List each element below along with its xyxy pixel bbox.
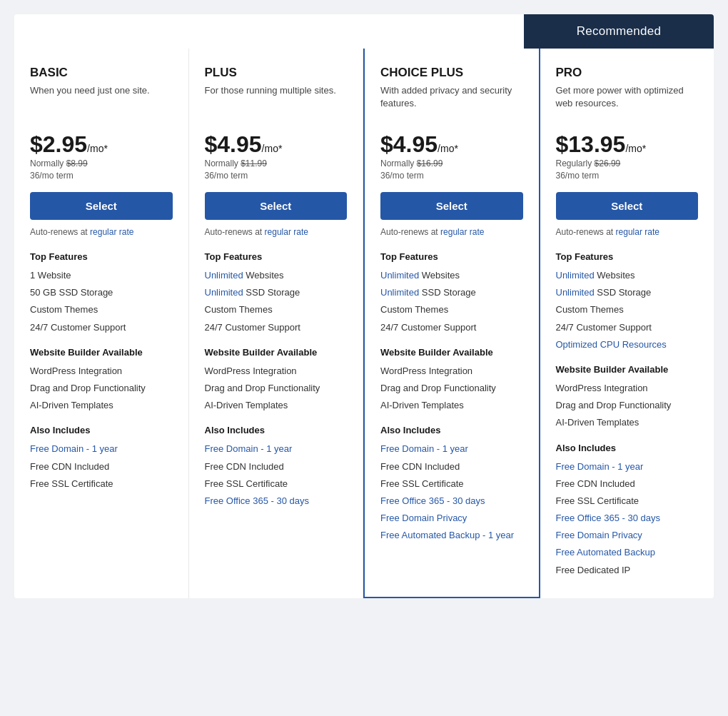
plan-name-choice-plus: CHOICE PLUS: [380, 66, 523, 80]
top-feature-item: Unlimited Websites: [380, 269, 523, 282]
builder-feature-item: AI-Driven Templates: [30, 399, 173, 412]
plan-normal-price-pro: Regularly $26.99: [556, 158, 699, 168]
pricing-table: Recommended BASICWhen you need just one …: [14, 14, 714, 598]
top-feature-item: 1 Website: [30, 269, 173, 282]
builder-feature-item: AI-Driven Templates: [380, 399, 523, 412]
top-feature-item: Unlimited SSD Storage: [380, 286, 523, 299]
builder-label-basic: Website Builder Available: [30, 347, 173, 358]
builder-feature-item: Drag and Drop Functionality: [556, 399, 699, 412]
plan-name-pro: PRO: [556, 66, 699, 80]
top-features-label-pro: Top Features: [556, 251, 699, 262]
regular-rate-link-pro[interactable]: regular rate: [616, 227, 659, 237]
select-button-basic[interactable]: Select: [30, 192, 173, 220]
select-button-plus[interactable]: Select: [205, 192, 348, 220]
also-feature-link[interactable]: Free Automated Backup: [556, 547, 655, 558]
plan-term-plus: 36/mo term: [205, 171, 348, 181]
top-feature-item: Unlimited Websites: [205, 269, 348, 282]
feature-link: Unlimited: [556, 270, 595, 281]
builder-feature-item: WordPress Integration: [30, 365, 173, 378]
also-includes-label-basic: Also Includes: [30, 425, 173, 435]
also-feature-item: Free Dedicated IP: [556, 564, 699, 577]
builder-feature-item: AI-Driven Templates: [205, 399, 348, 412]
plan-col-choice-plus: CHOICE PLUSWith added privacy and securi…: [363, 49, 540, 598]
top-feature-item: Unlimited SSD Storage: [205, 286, 348, 299]
feature-link: Unlimited: [380, 287, 419, 298]
top-feature-item: Custom Themes: [205, 303, 348, 316]
feature-link: Unlimited: [205, 287, 243, 298]
also-feature-item: Free Domain Privacy: [556, 529, 699, 542]
also-feature-link[interactable]: Free Office 365 - 30 days: [380, 495, 485, 506]
also-feature-item: Free CDN Included: [30, 460, 173, 473]
top-feature-item: Unlimited Websites: [556, 269, 699, 282]
select-button-pro[interactable]: Select: [556, 192, 699, 220]
also-feature-link[interactable]: Free Domain - 1 year: [556, 461, 644, 472]
top-feature-item: 50 GB SSD Storage: [30, 286, 173, 299]
also-feature-link[interactable]: Free Domain - 1 year: [205, 443, 293, 454]
also-feature-item: Free SSL Certificate: [30, 478, 173, 490]
plans-container: BASICWhen you need just one site.$2.95/m…: [14, 49, 714, 598]
plan-desc-choice-plus: With added privacy and security features…: [380, 84, 523, 121]
plan-normal-price-basic: Normally $8.99: [30, 158, 173, 168]
auto-renew-choice-plus: Auto-renews at regular rate: [380, 227, 523, 237]
top-feature-item: 24/7 Customer Support: [205, 321, 348, 334]
builder-feature-item: Drag and Drop Functionality: [30, 382, 173, 395]
top-feature-item: Optimized CPU Resources: [556, 338, 699, 351]
auto-renew-pro: Auto-renews at regular rate: [556, 227, 699, 237]
also-includes-label-plus: Also Includes: [205, 425, 348, 435]
also-feature-item: Free Automated Backup - 1 year: [380, 529, 523, 542]
plan-name-plus: PLUS: [205, 66, 348, 80]
also-feature-item: Free Automated Backup: [556, 546, 699, 559]
also-feature-item: Free Office 365 - 30 days: [556, 512, 699, 525]
also-feature-item: Free Office 365 - 30 days: [380, 495, 523, 508]
plan-term-choice-plus: 36/mo term: [380, 171, 523, 181]
also-feature-item: Free Domain - 1 year: [380, 443, 523, 455]
builder-feature-item: WordPress Integration: [380, 365, 523, 378]
builder-feature-item: Drag and Drop Functionality: [380, 382, 523, 395]
also-feature-item: Free CDN Included: [205, 460, 348, 473]
plan-normal-price-plus: Normally $11.99: [205, 158, 348, 168]
also-feature-link[interactable]: Free Automated Backup - 1 year: [380, 530, 514, 540]
also-feature-link[interactable]: Free Domain Privacy: [556, 530, 642, 540]
also-includes-label-choice-plus: Also Includes: [380, 425, 523, 435]
top-features-label-plus: Top Features: [205, 251, 348, 262]
also-feature-link[interactable]: Free Domain - 1 year: [380, 443, 468, 454]
rec-spacer: [14, 14, 524, 49]
also-feature-link[interactable]: Free Office 365 - 30 days: [205, 495, 309, 506]
also-feature-item: Free Domain - 1 year: [205, 443, 348, 455]
regular-rate-link-basic[interactable]: regular rate: [90, 227, 133, 237]
plan-desc-basic: When you need just one site.: [30, 84, 173, 121]
top-feature-item: Custom Themes: [556, 303, 699, 316]
also-feature-link[interactable]: Free Office 365 - 30 days: [556, 513, 660, 523]
regular-rate-link-plus[interactable]: regular rate: [265, 227, 308, 237]
auto-renew-basic: Auto-renews at regular rate: [30, 227, 173, 237]
builder-label-pro: Website Builder Available: [556, 364, 699, 375]
top-feature-item: Unlimited SSD Storage: [556, 286, 699, 299]
plan-name-basic: BASIC: [30, 66, 173, 80]
builder-label-choice-plus: Website Builder Available: [380, 347, 523, 358]
feature-link: Unlimited: [380, 270, 419, 281]
plan-col-plus: PLUSFor those running multiple sites.$4.…: [189, 49, 364, 598]
also-feature-item: Free CDN Included: [556, 478, 699, 490]
plan-col-pro: PROGet more power with optimized web res…: [540, 49, 714, 598]
top-features-label-choice-plus: Top Features: [380, 251, 523, 262]
builder-feature-item: Drag and Drop Functionality: [205, 382, 348, 395]
regular-rate-link-choice-plus[interactable]: regular rate: [440, 227, 484, 237]
select-button-choice-plus[interactable]: Select: [380, 192, 523, 220]
top-feature-item: 24/7 Customer Support: [380, 321, 523, 334]
plan-desc-plus: For those running multiple sites.: [205, 84, 348, 121]
feature-link: Unlimited: [556, 287, 595, 298]
builder-feature-item: WordPress Integration: [205, 365, 348, 378]
builder-feature-item: AI-Driven Templates: [556, 416, 699, 429]
builder-label-plus: Website Builder Available: [205, 347, 348, 358]
plan-col-basic: BASICWhen you need just one site.$2.95/m…: [14, 49, 189, 598]
plan-term-basic: 36/mo term: [30, 171, 173, 181]
also-feature-link[interactable]: Free Domain - 1 year: [30, 443, 118, 454]
top-feature-item: Custom Themes: [380, 303, 523, 316]
top-feature-item: 24/7 Customer Support: [556, 321, 699, 334]
top-features-label-basic: Top Features: [30, 251, 173, 262]
also-feature-link[interactable]: Free Domain Privacy: [380, 513, 467, 523]
feature-link: Unlimited: [205, 270, 243, 281]
also-feature-item: Free Domain - 1 year: [30, 443, 173, 455]
auto-renew-plus: Auto-renews at regular rate: [205, 227, 348, 237]
plan-price-choice-plus: $4.95/mo*: [380, 133, 523, 156]
